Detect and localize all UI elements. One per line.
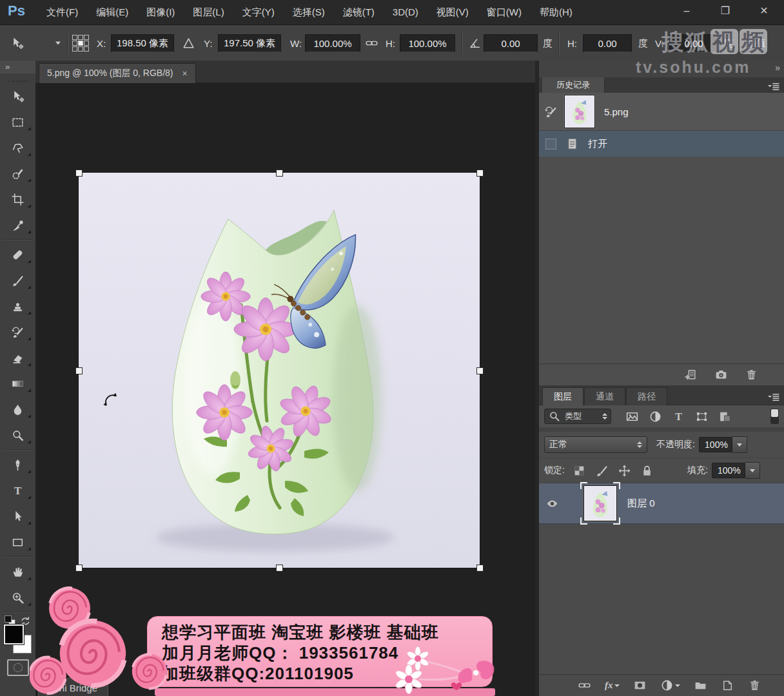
- blend-mode-select[interactable]: 正常: [544, 436, 647, 453]
- menu-view[interactable]: 视图(V): [427, 0, 478, 24]
- history-brush-tool[interactable]: [0, 319, 35, 345]
- eyedropper-tool[interactable]: [0, 212, 35, 238]
- layer-filtering-toggle[interactable]: [770, 409, 779, 424]
- layer-visibility-eye-icon[interactable]: [545, 497, 559, 510]
- dock-collapse-icon[interactable]: »: [775, 63, 779, 73]
- menu-file[interactable]: 文件(F): [37, 0, 87, 24]
- history-source-checkbox[interactable]: [545, 139, 556, 150]
- gradient-tool[interactable]: [0, 371, 35, 396]
- fill-dropdown[interactable]: [745, 462, 760, 479]
- tab-paths[interactable]: 路径: [626, 387, 667, 405]
- x-input[interactable]: 198.50 像素: [111, 34, 174, 52]
- panel-menu-icon[interactable]: [767, 391, 780, 404]
- h-skew-input[interactable]: 0.00: [583, 34, 632, 52]
- menu-layer[interactable]: 图层(L): [184, 0, 233, 24]
- transform-handle-middle-right[interactable]: [476, 367, 484, 374]
- y-input[interactable]: 197.50 像素: [218, 34, 281, 52]
- transform-handle-top-center[interactable]: [276, 169, 283, 177]
- new-adjustment-layer-icon[interactable]: [660, 679, 680, 692]
- link-layers-icon[interactable]: [578, 679, 591, 692]
- menu-help[interactable]: 帮助(H): [531, 0, 582, 24]
- transform-handle-bottom-center[interactable]: [276, 565, 283, 572]
- lock-position-icon[interactable]: [618, 464, 631, 478]
- lasso-tool[interactable]: [0, 135, 35, 160]
- lock-all-icon[interactable]: [640, 464, 654, 478]
- tab-layers[interactable]: 图层: [542, 387, 583, 405]
- transform-handle-top-left[interactable]: [75, 169, 83, 177]
- filter-smart-objects-icon[interactable]: [718, 410, 732, 423]
- h-input[interactable]: 100.00%: [400, 34, 455, 52]
- new-group-icon[interactable]: [694, 679, 707, 692]
- w-input[interactable]: 100.00%: [305, 34, 360, 52]
- blur-tool[interactable]: [0, 396, 35, 422]
- filter-pixel-layers-icon[interactable]: [625, 410, 639, 423]
- dodge-tool[interactable]: [0, 422, 35, 448]
- opacity-dropdown[interactable]: [732, 436, 747, 453]
- layer-thumbnail[interactable]: [583, 485, 617, 521]
- crop-tool[interactable]: [0, 186, 35, 212]
- clone-stamp-tool[interactable]: [0, 293, 35, 319]
- history-step-open[interactable]: 打开: [539, 131, 784, 157]
- minimize-button[interactable]: –: [676, 3, 698, 19]
- tool-preset-dropdown-icon[interactable]: [55, 41, 61, 44]
- canvas-image[interactable]: [79, 173, 480, 568]
- default-colors-icon[interactable]: [5, 615, 12, 623]
- shape-tool[interactable]: [0, 529, 35, 555]
- filter-type-layers-icon[interactable]: T: [672, 410, 685, 423]
- menu-image[interactable]: 图像(I): [137, 0, 184, 24]
- relative-position-icon[interactable]: [182, 36, 195, 50]
- menu-select[interactable]: 选择(S): [284, 0, 334, 24]
- tool-preset-icon[interactable]: [10, 36, 24, 50]
- reference-point-locator[interactable]: [72, 35, 89, 52]
- marquee-tool[interactable]: [0, 109, 35, 135]
- filter-kind-select[interactable]: 类型: [544, 409, 611, 424]
- blend-mode-row: 正常 不透明度: 100%: [539, 432, 784, 458]
- add-layer-mask-icon[interactable]: [633, 679, 647, 692]
- quick-select-tool[interactable]: [0, 160, 35, 186]
- brush-tool[interactable]: [0, 267, 35, 293]
- tab-channels[interactable]: 通道: [584, 387, 625, 405]
- new-layer-icon[interactable]: [721, 679, 734, 692]
- type-tool[interactable]: T: [0, 478, 35, 503]
- menu-filter[interactable]: 滤镜(T): [334, 0, 384, 24]
- new-document-from-state-icon[interactable]: [684, 368, 698, 382]
- link-dimensions-icon[interactable]: [365, 36, 378, 50]
- pen-tool[interactable]: [0, 452, 35, 478]
- menu-edit[interactable]: 编辑(E): [87, 0, 137, 24]
- document-tab[interactable]: 5.png @ 100% (图层 0, RGB/8) ×: [39, 63, 196, 83]
- panel-menu-icon[interactable]: [767, 80, 780, 93]
- foreground-color-swatch[interactable]: [4, 624, 24, 644]
- delete-state-icon[interactable]: [745, 368, 758, 382]
- close-button[interactable]: ✕: [753, 3, 775, 19]
- layer-style-fx-button[interactable]: fx: [605, 680, 620, 691]
- filter-adjustment-layers-icon[interactable]: [649, 410, 662, 423]
- transform-handle-bottom-left[interactable]: [75, 565, 83, 572]
- toolbar-grip[interactable]: [8, 75, 28, 82]
- menu-window[interactable]: 窗口(W): [478, 0, 531, 24]
- move-tool[interactable]: [0, 83, 35, 109]
- path-select-tool[interactable]: [0, 503, 35, 529]
- toolbar-collapse-icon[interactable]: »: [0, 61, 35, 73]
- fill-input[interactable]: 100%: [712, 463, 745, 478]
- delete-layer-icon[interactable]: [748, 679, 761, 692]
- maximize-button[interactable]: ❐: [714, 3, 736, 19]
- tab-close-icon[interactable]: ×: [182, 68, 188, 79]
- healing-tool[interactable]: [0, 242, 35, 267]
- history-brush-source-icon[interactable]: [544, 105, 558, 119]
- angle-input[interactable]: 0.00: [484, 34, 538, 52]
- layer-row-layer0[interactable]: 图层 0: [539, 483, 784, 524]
- eraser-tool[interactable]: [0, 345, 35, 371]
- transform-handle-middle-left[interactable]: [75, 367, 83, 374]
- transform-handle-top-right[interactable]: [476, 169, 484, 177]
- quick-mask-button[interactable]: [7, 659, 29, 676]
- menu-type[interactable]: 文字(Y): [233, 0, 284, 24]
- lock-image-pixels-icon[interactable]: [595, 464, 609, 478]
- history-snapshot-row[interactable]: 5.png: [539, 93, 784, 131]
- new-snapshot-icon[interactable]: [714, 368, 728, 382]
- opacity-input[interactable]: 100%: [699, 437, 732, 452]
- lock-transparent-pixels-icon[interactable]: [573, 464, 586, 478]
- transform-handle-bottom-right[interactable]: [476, 565, 484, 572]
- tab-history[interactable]: 历史记录: [542, 77, 605, 93]
- menu-3d[interactable]: 3D(D): [384, 0, 427, 24]
- filter-shape-layers-icon[interactable]: [695, 410, 709, 423]
